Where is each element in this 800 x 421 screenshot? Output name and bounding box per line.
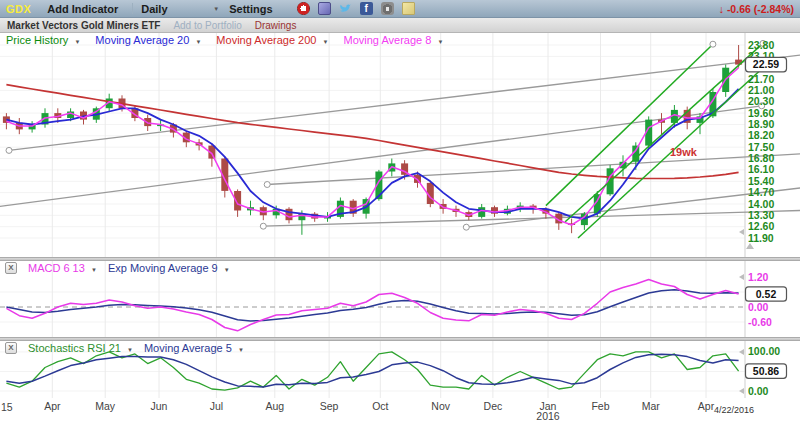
stoch-value-box: 50.86 xyxy=(746,364,787,378)
toolbar-icons: f xyxy=(297,2,415,15)
price-history-dropdown[interactable]: Price History ▼ xyxy=(6,34,80,46)
change-value: -0.66 (-2.84%) xyxy=(727,3,794,15)
axis-tick-label: 0.00 xyxy=(748,385,769,397)
stoch-ma-line xyxy=(6,354,738,387)
period-dropdown[interactable]: Daily ▼ xyxy=(141,3,219,15)
axis-tick-label: 14.70 xyxy=(748,186,774,198)
chart-primitive: 50.86 xyxy=(753,365,779,377)
trend-channel-green xyxy=(565,43,763,221)
axis-tick-label: 20.30 xyxy=(748,95,774,107)
axis-tick-label: 16.10 xyxy=(748,163,774,175)
axis-tick-label: 15.40 xyxy=(748,175,774,187)
chevron-down-icon: ▼ xyxy=(323,39,329,45)
axis-tick-label: 23.80 xyxy=(748,39,774,51)
trendline-handle xyxy=(264,182,270,188)
axis-tick-label: 16.80 xyxy=(748,152,774,164)
settings-button[interactable]: Settings xyxy=(229,3,272,15)
add-to-portfolio-button[interactable]: Add to Portfolio xyxy=(173,20,241,31)
chevron-down-icon: ▼ xyxy=(213,6,219,12)
close-icon[interactable]: X xyxy=(5,342,17,354)
x-axis-month-label: Nov xyxy=(431,401,450,411)
ma8-dropdown[interactable]: Moving Average 8 ▼ xyxy=(343,34,443,46)
chart-primitive xyxy=(339,5,350,12)
chevron-down-icon: ▼ xyxy=(238,347,244,353)
stoch-dropdown[interactable]: Stochastics RSI 21 ▼ xyxy=(28,342,133,354)
chevron-down-icon: ▼ xyxy=(91,267,97,273)
axis-tick-label: 14.00 xyxy=(748,198,774,210)
axis-tick-label: 17.50 xyxy=(748,141,774,153)
macd-signal-dropdown[interactable]: Exp Moving Average 9 ▼ xyxy=(108,262,230,274)
chevron-down-icon: ▼ xyxy=(437,39,443,45)
axis-scroll-arrow xyxy=(739,229,744,235)
trendline-handle xyxy=(6,147,12,153)
trendline-handle xyxy=(463,224,469,230)
axis-tick-label: 21.00 xyxy=(748,84,774,96)
x-axis-month-label: Apr xyxy=(44,401,60,411)
period-label: Daily xyxy=(141,3,167,15)
stoch-ma-dropdown[interactable]: Moving Average 5 ▼ xyxy=(144,342,244,354)
ma20-line xyxy=(6,89,738,219)
axis-tick-label: 11.90 xyxy=(748,232,774,244)
macd-dropdown[interactable]: MACD 6 13 ▼ xyxy=(28,262,97,274)
price-change-readout: ↓ -0.66 (-2.84%) xyxy=(719,3,794,15)
toolbar-divider xyxy=(132,3,133,14)
chevron-down-icon: ▼ xyxy=(224,267,230,273)
sticky-note-icon[interactable] xyxy=(402,2,415,15)
axis-scroll-arrow xyxy=(739,349,744,355)
down-arrow-icon: ↓ xyxy=(719,3,724,15)
close-icon[interactable]: X xyxy=(5,262,17,274)
price-legend: Price History ▼ Moving Average 20 ▼ Movi… xyxy=(6,34,443,46)
axis-tick-label: 19.60 xyxy=(748,107,774,119)
ma200-dropdown[interactable]: Moving Average 200 ▼ xyxy=(216,34,328,46)
twitter-icon[interactable] xyxy=(339,2,352,15)
cycle-annotation: 19wk xyxy=(670,146,697,158)
axis-tick-label: 12.60 xyxy=(748,220,774,232)
macd-header: X MACD 6 13 ▼ Exp Moving Average 9 ▼ xyxy=(5,262,230,274)
x-axis-month-label: Mar xyxy=(642,401,660,411)
add-indicator-button[interactable]: Add Indicator xyxy=(47,3,118,15)
cube-icon[interactable] xyxy=(318,2,331,15)
infobar: Market Vectors Gold Miners ETF Add to Po… xyxy=(0,18,800,33)
stoch-header: X Stochastics RSI 21 ▼ Moving Average 5 … xyxy=(5,342,244,354)
axis-scroll-arrow xyxy=(739,274,744,280)
chevron-down-icon: ▼ xyxy=(195,39,201,45)
axis-tick-label: 18.90 xyxy=(748,118,774,130)
toolbar: GDX Add Indicator Daily ▼ Settings f ↓ -… xyxy=(0,0,800,18)
x-axis-month-label: Oct xyxy=(372,401,388,411)
symbol-label[interactable]: GDX xyxy=(6,3,31,15)
camera-icon[interactable] xyxy=(381,2,394,15)
axis-scroll-arrow xyxy=(746,243,754,249)
axis-tick-label: 18.20 xyxy=(748,129,774,141)
trendline-handle xyxy=(710,41,716,47)
x-axis-month-label: Feb xyxy=(591,401,609,411)
axis-tick-label: 21.70 xyxy=(748,73,774,85)
security-name: Market Vectors Gold Miners ETF xyxy=(7,20,160,31)
current-price-box: 22.59 xyxy=(746,57,787,71)
macd-signal-line xyxy=(6,290,738,321)
x-axis-month-label: Jul xyxy=(210,401,223,411)
price-chart[interactable]: 23.8023.1021.7021.0020.3019.6018.9018.20… xyxy=(0,33,800,257)
facebook-icon[interactable]: f xyxy=(360,2,373,15)
x-axis-month-label: Jan2016 xyxy=(536,401,559,421)
axis-tick-label: 13.30 xyxy=(748,209,774,221)
axis-tick-label: -0.60 xyxy=(748,316,772,328)
trendline-handle xyxy=(260,223,266,229)
x-axis-month-label: Dec xyxy=(484,401,503,411)
chart-primitive: 22.59 xyxy=(753,58,779,70)
axis-tick-label: 1.20 xyxy=(748,271,769,283)
stoch-panel: X Stochastics RSI 21 ▼ Moving Average 5 … xyxy=(0,341,800,398)
chevron-down-icon: ▼ xyxy=(127,347,133,353)
alarm-clock-icon[interactable] xyxy=(297,2,310,15)
ma20-dropdown[interactable]: Moving Average 20 ▼ xyxy=(95,34,201,46)
drawings-button[interactable]: Drawings xyxy=(255,20,297,31)
end-date-label: 4/22/2016 xyxy=(714,405,754,415)
price-panel: Price History ▼ Moving Average 20 ▼ Movi… xyxy=(0,33,800,257)
chevron-down-icon: ▼ xyxy=(74,39,80,45)
x-axis-month-label: Sep xyxy=(320,401,339,411)
chart-primitive: 0.52 xyxy=(756,288,777,300)
x-axis-month-label: Aug xyxy=(265,401,284,411)
charting-app-window: GDX Add Indicator Daily ▼ Settings f ↓ -… xyxy=(0,0,800,421)
x-axis-month-label: May xyxy=(95,401,115,411)
x-axis-month-label: Apr xyxy=(698,401,714,411)
candle-body xyxy=(286,209,293,220)
